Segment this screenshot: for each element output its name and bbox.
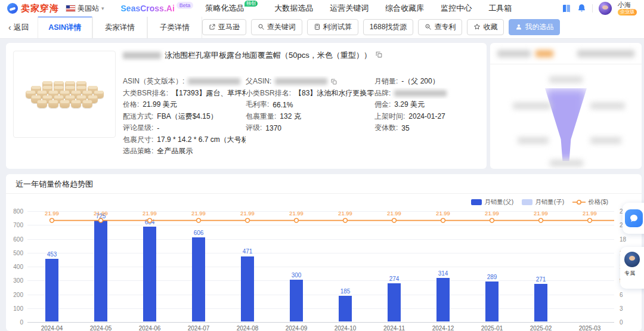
- field-label: 包裹重量:: [246, 112, 276, 122]
- field-label: 变体数:: [374, 123, 398, 133]
- page-body: 泳池围栏孔塞甲板露台地面覆盖帽（50pcs，米色（重型）） ASIN（英文版本）…: [0, 39, 644, 331]
- price-value-label: 21.99: [387, 210, 401, 216]
- x-axis-label: 2024-10: [326, 325, 364, 331]
- legend-label: 月销量(父): [484, 198, 513, 206]
- left-axis-label: 100: [13, 305, 23, 311]
- info-field: 包裹尺寸:17.9 * 14.2 * 6.7 cm（大号标准尺…: [123, 134, 246, 146]
- redacted-label: [549, 76, 583, 83]
- field-value: 【17393】露台、草坪和花园: [172, 88, 246, 98]
- redacted-panel-header: [490, 43, 642, 64]
- price-value-label: 21.99: [534, 210, 548, 216]
- product-title: 泳池围栏孔塞甲板露台地面覆盖帽（50pcs，米色（重型））: [165, 50, 371, 61]
- chart-legend: 月销量(父)月销量(子)价格($): [471, 198, 608, 206]
- product-image[interactable]: [13, 51, 116, 138]
- left-axis-label: 0: [20, 319, 23, 326]
- price-marker: [197, 218, 201, 222]
- nav-item-badge: 独创: [244, 1, 258, 7]
- nav-item-2[interactable]: 大数据选品: [274, 3, 313, 14]
- price-value-label: 21.99: [45, 210, 59, 216]
- legend-line-marker: [572, 199, 586, 205]
- customer-service-widget[interactable]: [623, 203, 644, 234]
- action-button-4[interactable]: 1688找货源: [363, 19, 414, 35]
- tab-2[interactable]: 卖家详情: [92, 16, 147, 38]
- action-button-label: 利润试算: [323, 22, 352, 32]
- seascross-brand[interactable]: SeasCross.Ai Beta: [121, 4, 194, 13]
- redacted-label: [550, 160, 583, 166]
- action-button-2[interactable]: 查关键词: [251, 19, 302, 35]
- product-fields: ASIN（英文版本）:大类BSR排名:【17393】露台、草坪和花园价格:21.…: [123, 76, 481, 157]
- info-field: 选品策略:全产品展示: [123, 146, 246, 157]
- nav-item-4[interactable]: 综合收藏库: [385, 3, 424, 14]
- nav-item-6[interactable]: 工具箱: [488, 3, 512, 14]
- cap: [48, 100, 58, 108]
- legend-bar-swatch: [471, 199, 482, 205]
- x-axis-label: 2024-07: [179, 325, 218, 331]
- info-field: 毛利率:66.1%: [246, 99, 374, 111]
- price-marker: [441, 218, 445, 222]
- info-column-2: 父ASIN:小类BSR排名:【83】泳池和水疗更换零件毛利率:66.1%包裹重量…: [246, 76, 374, 157]
- tab-3[interactable]: 子类详情: [147, 16, 202, 38]
- gridline: [27, 322, 614, 323]
- us-flag-icon: [66, 5, 75, 11]
- field-label: ASIN（英文版本）:: [123, 76, 184, 86]
- info-field: ASIN（英文版本）:: [123, 76, 246, 88]
- price-marker: [392, 218, 397, 222]
- action-button-7[interactable]: 我的选品: [509, 19, 560, 35]
- back-button[interactable]: ‹ 返回: [8, 22, 29, 33]
- field-label: 上架时间:: [374, 112, 405, 122]
- nav-item-1[interactable]: 策略化选品独创: [205, 3, 258, 14]
- action-button-3[interactable]: 利润试算: [307, 19, 358, 35]
- redacted-label: [590, 103, 625, 109]
- info-field: 小类BSR排名:【83】泳池和水疗更换零件: [246, 88, 374, 100]
- product-info-card: 泳池围栏孔塞甲板露台地面覆盖帽（50pcs，米色（重型）） ASIN（英文版本）…: [6, 43, 487, 169]
- field-value: 2024-01-27: [408, 112, 445, 120]
- copy-icon[interactable]: [330, 78, 338, 85]
- field-label: 佣金:: [374, 100, 391, 110]
- field-label: 配送方式:: [123, 112, 153, 122]
- app-logo[interactable]: 卖家穿海: [7, 3, 59, 14]
- field-value: 全产品展示: [157, 146, 193, 156]
- field-value: 132 克: [280, 112, 301, 122]
- user-name: 小海: [618, 1, 637, 8]
- cap: [60, 100, 70, 108]
- user-info[interactable]: 小海 企业版: [618, 1, 637, 16]
- user-avatar[interactable]: [599, 2, 612, 15]
- info-field: 大类BSR排名:【17393】露台、草坪和花园: [123, 88, 246, 100]
- advisor-avatar: [624, 252, 640, 267]
- field-label: 品牌:: [374, 88, 391, 98]
- legend-item-2[interactable]: 月销量(子): [522, 198, 564, 206]
- site-selector[interactable]: 美国站 ▾: [66, 4, 104, 14]
- redacted-value: [275, 78, 327, 85]
- right-axis-label: 3: [620, 305, 623, 311]
- field-label: 毛利率:: [246, 100, 269, 110]
- info-field: 包裹重量:132 克: [246, 111, 374, 123]
- chevron-down-icon: ▾: [101, 5, 104, 11]
- action-button-1[interactable]: 亚马逊: [202, 19, 246, 35]
- nav-item-label: 综合收藏库: [385, 3, 424, 14]
- nav-item-label: 大数据选品: [274, 3, 313, 14]
- redacted-label: [518, 137, 549, 144]
- field-label: 价格:: [123, 100, 139, 110]
- search-icon: [258, 23, 265, 32]
- chevron-left-icon: ‹: [8, 23, 11, 32]
- price-value-label: 21.99: [240, 210, 255, 216]
- x-axis-label: 2024-04: [33, 325, 71, 331]
- action-button-6[interactable]: 收藏: [467, 19, 504, 35]
- redacted-value: [188, 78, 240, 85]
- info-field: 变体数:35: [374, 122, 481, 134]
- action-button-label: 查专利: [434, 22, 456, 32]
- x-axis-label: 2024-11: [375, 325, 413, 331]
- notification-bell-icon[interactable]: [577, 4, 586, 13]
- copy-translate-icon[interactable]: [375, 51, 383, 60]
- tab-1[interactable]: ASIN详情: [38, 16, 92, 38]
- user-icon: [515, 23, 522, 32]
- advisor-widget[interactable]: 专属: [620, 247, 644, 289]
- x-axis-label: 2025-02: [522, 325, 560, 331]
- legend-item-1[interactable]: 月销量(父): [471, 198, 513, 206]
- action-button-5[interactable]: 查专利: [418, 19, 462, 35]
- legend-item-3[interactable]: 价格($): [572, 198, 608, 206]
- nav-item-5[interactable]: 监控中心: [441, 3, 472, 14]
- nav-item-3[interactable]: 运营关键词: [330, 3, 369, 14]
- docs-book-icon[interactable]: [562, 4, 571, 13]
- nav-item-label: 运营关键词: [330, 3, 369, 14]
